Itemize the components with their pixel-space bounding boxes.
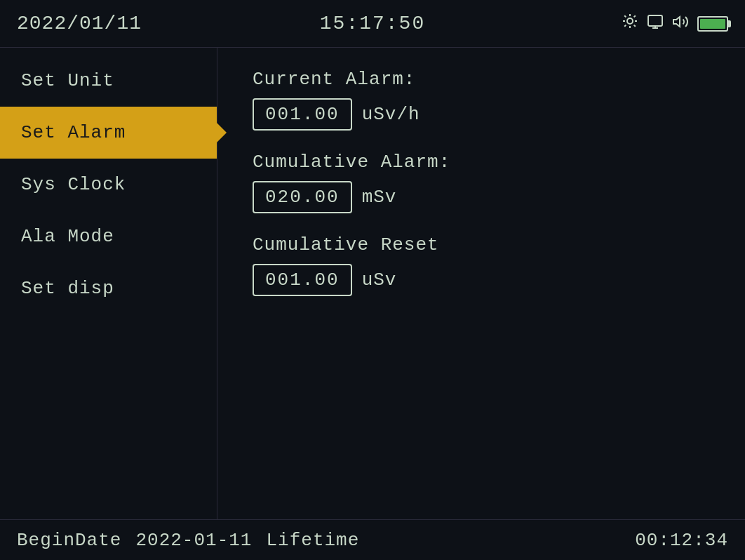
cumulative-alarm-unit: mSv [362,187,397,208]
cumulative-reset-label: Cumulative Reset [253,234,710,255]
current-alarm-section: Current Alarm: 001.00 uSv/h [253,69,710,131]
cumulative-reset-value[interactable]: 001.00 [253,264,352,296]
footer: BeginDate 2022-01-11 Lifetime 00:12:34 [0,519,745,560]
current-alarm-value-row: 001.00 uSv/h [253,98,710,131]
svg-point-0 [627,18,633,24]
current-alarm-unit: uSv/h [362,104,420,125]
sidebar-item-set-disp[interactable]: Set disp [0,262,217,314]
svg-rect-9 [648,15,662,26]
current-alarm-value[interactable]: 001.00 [253,98,352,131]
header: 2022/01/11 15:17:50 [0,0,745,48]
header-date: 2022/01/11 [17,13,142,34]
sidebar: Set Unit Set Alarm Sys Clock Ala Mode Se… [0,48,217,519]
header-icons [622,13,728,34]
svg-line-6 [634,25,636,27]
cumulative-reset-unit: uSv [362,269,397,291]
cumulative-alarm-value-row: 020.00 mSv [253,181,710,213]
cumulative-reset-value-row: 001.00 uSv [253,264,710,296]
battery-icon [697,16,728,32]
screen: 2022/01/11 15:17:50 [0,0,745,560]
cumulative-alarm-section: Cumulative Alarm: 020.00 mSv [253,152,710,213]
footer-begin-label: BeginDate [17,530,121,551]
sidebar-item-sys-clock[interactable]: Sys Clock [0,159,217,211]
battery-fill [700,19,725,29]
main-content: Set Unit Set Alarm Sys Clock Ala Mode Se… [0,48,745,519]
content-area: Current Alarm: 001.00 uSv/h Cumulative A… [217,48,745,519]
footer-lifetime-label: Lifetime [266,530,359,551]
sidebar-item-set-alarm[interactable]: Set Alarm [0,107,217,159]
footer-begin-date: 2022-01-11 [135,530,252,551]
speaker-icon [672,13,689,34]
svg-line-8 [634,15,636,17]
cumulative-reset-section: Cumulative Reset 001.00 uSv [253,234,710,296]
svg-marker-12 [673,17,680,27]
footer-lifetime-time: 00:12:34 [635,530,728,551]
sidebar-item-ala-mode[interactable]: Ala Mode [0,211,217,262]
header-time: 15:17:50 [320,13,425,34]
brightness-icon [622,13,638,34]
svg-line-5 [624,15,626,17]
sidebar-item-set-unit[interactable]: Set Unit [0,55,217,107]
cumulative-alarm-value[interactable]: 020.00 [253,181,352,213]
svg-line-7 [624,25,626,27]
current-alarm-label: Current Alarm: [253,69,710,90]
display-icon [647,13,664,34]
cumulative-alarm-label: Cumulative Alarm: [253,152,710,173]
